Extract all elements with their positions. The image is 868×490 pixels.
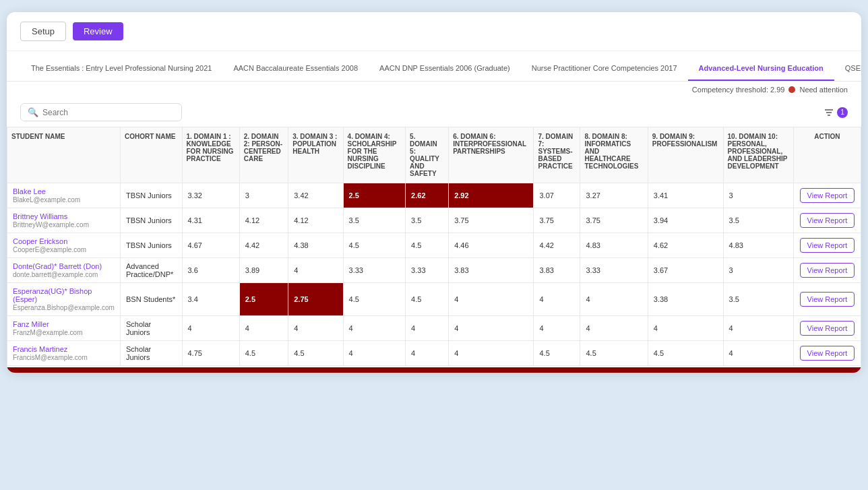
table-cell: 4: [723, 341, 793, 366]
view-report-button[interactable]: View Report: [800, 321, 855, 336]
table-cell: 3.75: [534, 208, 580, 233]
table-cell: 3.5: [343, 208, 406, 233]
table-cell: 4.75: [182, 341, 239, 366]
student-cell: Donte(Grad)* Barrett (Don)donte.barrett@…: [7, 258, 121, 283]
table-cell: 3.5: [406, 208, 449, 233]
table-row: Donte(Grad)* Barrett (Don)donte.barrett@…: [7, 258, 861, 283]
table-cell: Scholar Juniors: [120, 316, 182, 341]
student-name[interactable]: Brittney Williams: [13, 212, 115, 220]
table-cell: 4: [343, 316, 406, 341]
toolbar-row: 🔍 1: [7, 98, 861, 127]
tab-advanced[interactable]: Advanced-Level Nursing Education: [688, 58, 834, 81]
table-cell: TBSN Juniors: [120, 233, 182, 258]
student-name[interactable]: Francis Martinez: [13, 345, 115, 353]
student-name[interactable]: Donte(Grad)* Barrett (Don): [13, 262, 115, 270]
view-report-button[interactable]: View Report: [800, 263, 855, 278]
tab-aacn-bacc[interactable]: AACN Baccalaureate Essentials 2008: [222, 58, 369, 81]
col-header-d3: 3. DOMAIN 3 : POPULATION HEALTH: [288, 127, 343, 183]
table-cell: 4: [343, 341, 406, 366]
student-name[interactable]: Fanz Miller: [13, 320, 115, 328]
col-header-d5: 5. DOMAIN 5: QUALITY AND SAFETY: [406, 127, 449, 183]
view-report-button[interactable]: View Report: [800, 346, 855, 361]
table-cell: 4.31: [182, 208, 239, 233]
col-header-d2: 2. DOMAIN 2: PERSON-CENTERED CARE: [239, 127, 288, 183]
table-cell: Advanced Practice/DNP*: [120, 258, 182, 283]
action-cell: View Report: [793, 258, 861, 283]
table-cell: 3.32: [182, 183, 239, 208]
action-cell: View Report: [793, 183, 861, 208]
search-box[interactable]: 🔍: [20, 103, 182, 121]
red-dot-icon: [788, 86, 795, 93]
student-name[interactable]: Cooper Erickson: [13, 237, 115, 245]
threshold-label: Competency threshold: 2.99: [692, 86, 785, 94]
filter-count-badge: 1: [837, 107, 848, 118]
student-name[interactable]: Blake Lee: [13, 187, 115, 195]
search-input[interactable]: [42, 108, 175, 117]
main-container: Setup Review The Essentials : Entry Leve…: [7, 12, 861, 373]
filter-button[interactable]: 1: [824, 107, 848, 118]
tab-essentials[interactable]: The Essentials : Entry Level Professiona…: [20, 58, 222, 81]
table-row: Blake LeeBlakeL@example.comTBSN Juniors3…: [7, 183, 861, 208]
table-cell: 3.94: [648, 208, 723, 233]
view-report-button[interactable]: View Report: [800, 188, 855, 203]
view-report-button[interactable]: View Report: [800, 238, 855, 253]
col-header-d10: 10. DOMAIN 10: PERSONAL, PROFESSIONAL, A…: [723, 127, 793, 183]
table-cell: 4.42: [534, 233, 580, 258]
table-row: Fanz MillerFranzM@example.comScholar Jun…: [7, 316, 861, 341]
table-cell: 4.5: [648, 341, 723, 366]
student-cell: Francis MartinezFrancisM@example.com: [7, 341, 121, 366]
table-cell: 4: [406, 341, 449, 366]
student-cell: Esperanza(UG)* Bishop (Esper)Esperanza.B…: [7, 283, 121, 316]
table-cell: 4: [449, 341, 534, 366]
table-cell: Scholar Juniors: [120, 341, 182, 366]
student-email: FrancisM@example.com: [13, 354, 88, 361]
col-header-d6: 6. DOMAIN 6: INTERPROFESSIONAL PARTNERSH…: [449, 127, 534, 183]
table-cell: 4.12: [288, 208, 343, 233]
table-row: Cooper EricksonCooperE@example.comTBSN J…: [7, 233, 861, 258]
table-cell: 3.5: [723, 208, 793, 233]
table-cell: TBSN Juniors: [120, 183, 182, 208]
action-cell: View Report: [793, 341, 861, 366]
table-cell: 4.83: [723, 233, 793, 258]
table-cell: 3: [239, 183, 288, 208]
table-cell: 2.5: [343, 183, 406, 208]
table-cell: 4: [723, 316, 793, 341]
table-cell: 3.6: [182, 258, 239, 283]
table-cell: 4: [288, 258, 343, 283]
student-email: Esperanza.Bishop@example.com: [13, 304, 115, 311]
table-cell: 4.62: [648, 233, 723, 258]
table-cell: 3.83: [449, 258, 534, 283]
search-icon: 🔍: [28, 107, 38, 117]
student-email: BrittneyW@example.com: [13, 221, 89, 228]
tab-np-core[interactable]: Nurse Practitioner Core Competencies 201…: [521, 58, 688, 81]
student-email: BlakeL@example.com: [13, 196, 80, 204]
table-header-row: STUDENT NAME COHORT NAME 1. DOMAIN 1 : K…: [7, 127, 861, 183]
table-row: Esperanza(UG)* Bishop (Esper)Esperanza.B…: [7, 283, 861, 316]
tab-aacn-dnp[interactable]: AACN DNP Essentials 2006 (Graduate): [369, 58, 521, 81]
table-row: Francis MartinezFrancisM@example.comScho…: [7, 341, 861, 366]
table-cell: 4.67: [182, 233, 239, 258]
table-cell: 4.42: [239, 233, 288, 258]
tab-qsen[interactable]: QSEN KSAS Competencies: [834, 58, 861, 81]
view-report-button[interactable]: View Report: [800, 292, 855, 307]
table-cell: 4: [580, 316, 648, 341]
table-cell: 3.83: [534, 258, 580, 283]
setup-button[interactable]: Setup: [20, 22, 66, 41]
table-cell: 4: [406, 316, 449, 341]
threshold-row: Competency threshold: 2.99 Need attentio…: [7, 82, 861, 98]
table-cell: 4.46: [449, 233, 534, 258]
table-cell: 3: [723, 183, 793, 208]
table-cell: 3.75: [580, 208, 648, 233]
table-cell: 4: [449, 283, 534, 316]
view-report-button[interactable]: View Report: [800, 213, 855, 228]
review-button[interactable]: Review: [73, 22, 123, 40]
action-cell: View Report: [793, 208, 861, 233]
student-name[interactable]: Esperanza(UG)* Bishop (Esper): [13, 287, 115, 303]
table-cell: 3.38: [648, 283, 723, 316]
action-cell: View Report: [793, 283, 861, 316]
filter-icon: [824, 107, 834, 118]
table-cell: 4.5: [580, 341, 648, 366]
table-cell: 2.62: [406, 183, 449, 208]
table-cell: 4.5: [343, 233, 406, 258]
table-wrapper: STUDENT NAME COHORT NAME 1. DOMAIN 1 : K…: [7, 127, 861, 366]
